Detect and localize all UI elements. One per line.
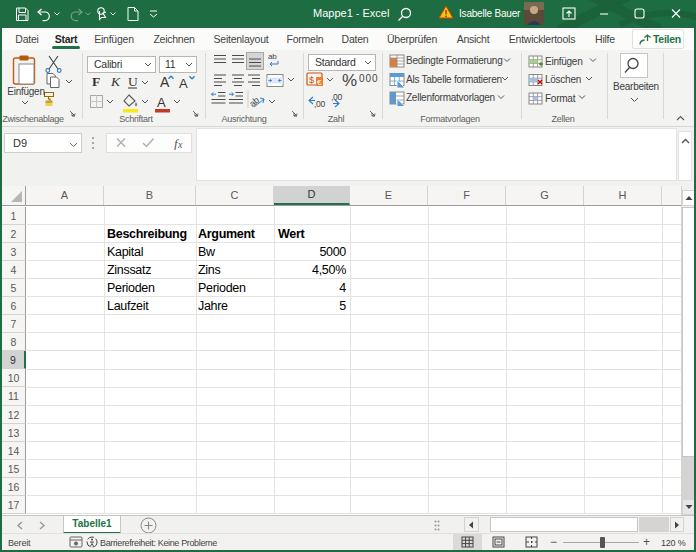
svg-text:$: $ [309, 75, 314, 85]
svg-text:x: x [177, 139, 183, 150]
svg-text:A: A [160, 74, 170, 90]
svg-text:A: A [157, 95, 166, 110]
svg-text:%: % [342, 71, 357, 90]
svg-text:000: 000 [359, 73, 379, 84]
svg-text:A: A [179, 76, 188, 91]
svg-text:K: K [110, 74, 121, 89]
svg-text:F: F [92, 74, 100, 89]
svg-text:,00: ,00 [314, 99, 326, 109]
svg-text:,00: ,00 [331, 92, 343, 102]
svg-text:U: U [128, 74, 138, 89]
svg-text:ab: ab [268, 52, 277, 61]
